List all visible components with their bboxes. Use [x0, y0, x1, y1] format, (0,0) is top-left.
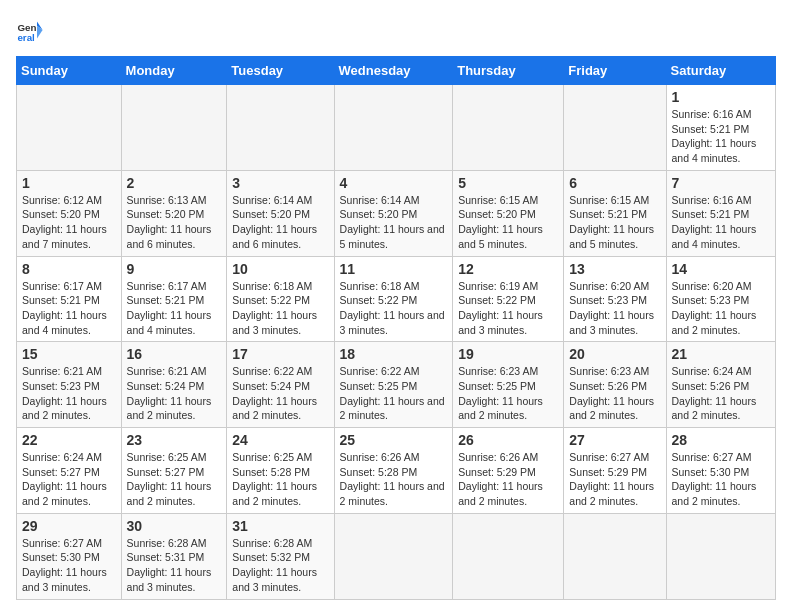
header-sunday: Sunday: [17, 57, 122, 85]
day-number: 27: [569, 432, 660, 448]
calendar-cell: 29 Sunrise: 6:27 AM Sunset: 5:30 PM Dayl…: [17, 513, 122, 599]
calendar-cell: 19 Sunrise: 6:23 AM Sunset: 5:25 PM Dayl…: [453, 342, 564, 428]
calendar-cell: 30 Sunrise: 6:28 AM Sunset: 5:31 PM Dayl…: [121, 513, 227, 599]
logo-icon: Gen eral: [16, 16, 44, 44]
calendar-cell: 17 Sunrise: 6:22 AM Sunset: 5:24 PM Dayl…: [227, 342, 334, 428]
day-info: Sunrise: 6:26 AM Sunset: 5:28 PM Dayligh…: [340, 450, 448, 509]
calendar-cell: 7 Sunrise: 6:16 AM Sunset: 5:21 PM Dayli…: [666, 170, 775, 256]
calendar-cell: 26 Sunrise: 6:26 AM Sunset: 5:29 PM Dayl…: [453, 428, 564, 514]
day-number: 10: [232, 261, 328, 277]
header-tuesday: Tuesday: [227, 57, 334, 85]
calendar-cell: [564, 85, 666, 171]
calendar-cell: [334, 85, 453, 171]
day-number: 1: [22, 175, 116, 191]
calendar-cell: 11 Sunrise: 6:18 AM Sunset: 5:22 PM Dayl…: [334, 256, 453, 342]
calendar-cell: 20 Sunrise: 6:23 AM Sunset: 5:26 PM Dayl…: [564, 342, 666, 428]
calendar-header: SundayMondayTuesdayWednesdayThursdayFrid…: [17, 57, 776, 85]
calendar-cell: 8 Sunrise: 6:17 AM Sunset: 5:21 PM Dayli…: [17, 256, 122, 342]
day-number: 9: [127, 261, 222, 277]
calendar-body: 1 Sunrise: 6:16 AM Sunset: 5:21 PM Dayli…: [17, 85, 776, 600]
header-saturday: Saturday: [666, 57, 775, 85]
calendar-cell: 10 Sunrise: 6:18 AM Sunset: 5:22 PM Dayl…: [227, 256, 334, 342]
day-info: Sunrise: 6:16 AM Sunset: 5:21 PM Dayligh…: [672, 107, 770, 166]
calendar-week-2: 8 Sunrise: 6:17 AM Sunset: 5:21 PM Dayli…: [17, 256, 776, 342]
day-info: Sunrise: 6:28 AM Sunset: 5:31 PM Dayligh…: [127, 536, 222, 595]
calendar-cell: 18 Sunrise: 6:22 AM Sunset: 5:25 PM Dayl…: [334, 342, 453, 428]
calendar-cell: 4 Sunrise: 6:14 AM Sunset: 5:20 PM Dayli…: [334, 170, 453, 256]
day-number: 2: [127, 175, 222, 191]
day-info: Sunrise: 6:27 AM Sunset: 5:29 PM Dayligh…: [569, 450, 660, 509]
svg-text:eral: eral: [17, 32, 35, 43]
day-info: Sunrise: 6:13 AM Sunset: 5:20 PM Dayligh…: [127, 193, 222, 252]
calendar-week-1: 1 Sunrise: 6:12 AM Sunset: 5:20 PM Dayli…: [17, 170, 776, 256]
calendar-cell: 21 Sunrise: 6:24 AM Sunset: 5:26 PM Dayl…: [666, 342, 775, 428]
calendar-cell: 12 Sunrise: 6:19 AM Sunset: 5:22 PM Dayl…: [453, 256, 564, 342]
calendar-cell: 15 Sunrise: 6:21 AM Sunset: 5:23 PM Dayl…: [17, 342, 122, 428]
day-info: Sunrise: 6:23 AM Sunset: 5:26 PM Dayligh…: [569, 364, 660, 423]
day-number: 4: [340, 175, 448, 191]
day-number: 1: [672, 89, 770, 105]
day-number: 28: [672, 432, 770, 448]
day-number: 22: [22, 432, 116, 448]
calendar-cell: 28 Sunrise: 6:27 AM Sunset: 5:30 PM Dayl…: [666, 428, 775, 514]
calendar-cell: 13 Sunrise: 6:20 AM Sunset: 5:23 PM Dayl…: [564, 256, 666, 342]
day-number: 25: [340, 432, 448, 448]
day-info: Sunrise: 6:20 AM Sunset: 5:23 PM Dayligh…: [672, 279, 770, 338]
day-number: 13: [569, 261, 660, 277]
calendar-cell: 5 Sunrise: 6:15 AM Sunset: 5:20 PM Dayli…: [453, 170, 564, 256]
calendar-cell: 1 Sunrise: 6:16 AM Sunset: 5:21 PM Dayli…: [666, 85, 775, 171]
day-info: Sunrise: 6:16 AM Sunset: 5:21 PM Dayligh…: [672, 193, 770, 252]
calendar-week-0: 1 Sunrise: 6:16 AM Sunset: 5:21 PM Dayli…: [17, 85, 776, 171]
calendar-cell: [334, 513, 453, 599]
day-info: Sunrise: 6:21 AM Sunset: 5:24 PM Dayligh…: [127, 364, 222, 423]
calendar-cell: [564, 513, 666, 599]
calendar-cell: 9 Sunrise: 6:17 AM Sunset: 5:21 PM Dayli…: [121, 256, 227, 342]
day-info: Sunrise: 6:24 AM Sunset: 5:26 PM Dayligh…: [672, 364, 770, 423]
day-number: 30: [127, 518, 222, 534]
day-info: Sunrise: 6:23 AM Sunset: 5:25 PM Dayligh…: [458, 364, 558, 423]
calendar-cell: [666, 513, 775, 599]
day-number: 19: [458, 346, 558, 362]
day-info: Sunrise: 6:28 AM Sunset: 5:32 PM Dayligh…: [232, 536, 328, 595]
calendar-cell: [17, 85, 122, 171]
day-number: 3: [232, 175, 328, 191]
day-number: 11: [340, 261, 448, 277]
calendar-cell: 25 Sunrise: 6:26 AM Sunset: 5:28 PM Dayl…: [334, 428, 453, 514]
day-info: Sunrise: 6:25 AM Sunset: 5:27 PM Dayligh…: [127, 450, 222, 509]
header-monday: Monday: [121, 57, 227, 85]
day-info: Sunrise: 6:15 AM Sunset: 5:21 PM Dayligh…: [569, 193, 660, 252]
day-info: Sunrise: 6:19 AM Sunset: 5:22 PM Dayligh…: [458, 279, 558, 338]
calendar-cell: [453, 513, 564, 599]
day-number: 17: [232, 346, 328, 362]
calendar-cell: [227, 85, 334, 171]
calendar-cell: 24 Sunrise: 6:25 AM Sunset: 5:28 PM Dayl…: [227, 428, 334, 514]
day-info: Sunrise: 6:18 AM Sunset: 5:22 PM Dayligh…: [232, 279, 328, 338]
day-number: 21: [672, 346, 770, 362]
day-number: 24: [232, 432, 328, 448]
day-info: Sunrise: 6:21 AM Sunset: 5:23 PM Dayligh…: [22, 364, 116, 423]
calendar-cell: 3 Sunrise: 6:14 AM Sunset: 5:20 PM Dayli…: [227, 170, 334, 256]
day-number: 7: [672, 175, 770, 191]
header-friday: Friday: [564, 57, 666, 85]
calendar-week-3: 15 Sunrise: 6:21 AM Sunset: 5:23 PM Dayl…: [17, 342, 776, 428]
day-number: 12: [458, 261, 558, 277]
header-row: SundayMondayTuesdayWednesdayThursdayFrid…: [17, 57, 776, 85]
day-info: Sunrise: 6:20 AM Sunset: 5:23 PM Dayligh…: [569, 279, 660, 338]
calendar-cell: [121, 85, 227, 171]
calendar-week-5: 29 Sunrise: 6:27 AM Sunset: 5:30 PM Dayl…: [17, 513, 776, 599]
calendar-cell: [453, 85, 564, 171]
header-thursday: Thursday: [453, 57, 564, 85]
day-number: 31: [232, 518, 328, 534]
calendar-cell: 2 Sunrise: 6:13 AM Sunset: 5:20 PM Dayli…: [121, 170, 227, 256]
day-number: 5: [458, 175, 558, 191]
day-info: Sunrise: 6:27 AM Sunset: 5:30 PM Dayligh…: [672, 450, 770, 509]
day-number: 15: [22, 346, 116, 362]
day-info: Sunrise: 6:17 AM Sunset: 5:21 PM Dayligh…: [22, 279, 116, 338]
day-info: Sunrise: 6:17 AM Sunset: 5:21 PM Dayligh…: [127, 279, 222, 338]
calendar-cell: 6 Sunrise: 6:15 AM Sunset: 5:21 PM Dayli…: [564, 170, 666, 256]
day-info: Sunrise: 6:15 AM Sunset: 5:20 PM Dayligh…: [458, 193, 558, 252]
day-info: Sunrise: 6:14 AM Sunset: 5:20 PM Dayligh…: [340, 193, 448, 252]
day-number: 29: [22, 518, 116, 534]
day-info: Sunrise: 6:22 AM Sunset: 5:25 PM Dayligh…: [340, 364, 448, 423]
logo: Gen eral: [16, 16, 48, 44]
